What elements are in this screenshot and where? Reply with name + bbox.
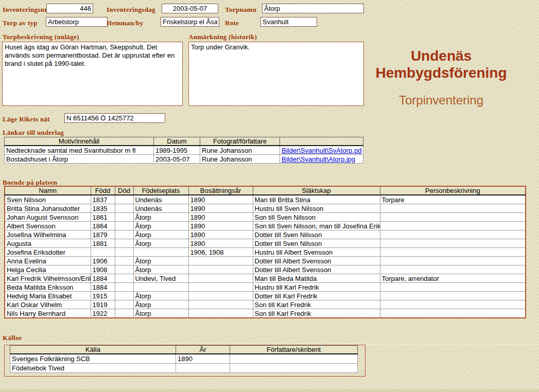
torpbeskrivning-textarea[interactable]: Huset ägs idag av Göran Hartman, Skeppsh… bbox=[2, 42, 183, 106]
cell-fodd: 1915 bbox=[91, 292, 115, 300]
cell-namn: Hedvig Maria Elisabet bbox=[5, 292, 91, 300]
lankar-label: Länkar till underlag bbox=[3, 129, 64, 137]
cell-personbeskrivning bbox=[380, 248, 526, 257]
rote-input[interactable] bbox=[260, 17, 317, 27]
underlag-link[interactable]: Bilder\Svanhult\SvAtorp.pd bbox=[282, 147, 361, 154]
cell-fodelseplats: Åtorp bbox=[133, 309, 188, 318]
cell-personbeskrivning bbox=[380, 230, 526, 239]
cell-fodd: 1861 bbox=[91, 213, 115, 222]
cell-fodd: 1922 bbox=[91, 309, 115, 318]
rote-label: Rote bbox=[225, 19, 239, 27]
cell-fodelseplats: Åtorp bbox=[133, 239, 188, 248]
inventeringsdag-label: Inventeringsdag bbox=[107, 6, 155, 14]
cell-personbeskrivning bbox=[380, 222, 526, 230]
cell-personbeskrivning bbox=[380, 309, 526, 318]
cell-fodelseplats: Undenäs bbox=[133, 195, 188, 204]
kallor-box: Källa År Författare/skribent Sveriges Fo… bbox=[4, 345, 366, 377]
cell-dod bbox=[115, 283, 133, 292]
cell-bosattningsar bbox=[188, 274, 253, 283]
cell-fodd bbox=[91, 248, 115, 257]
cell-bosattningsar: 1890 bbox=[188, 204, 253, 213]
cell-fodd: 1881 bbox=[91, 239, 115, 248]
cell-bosattningsar: 1890 bbox=[188, 213, 253, 222]
cell-lank: Bilder\Svanhult\Atorp.jpg bbox=[280, 155, 363, 164]
cell-ar: 1890 bbox=[176, 354, 230, 364]
cell-fodd: 1837 bbox=[91, 195, 115, 204]
inventeringsnr-input[interactable] bbox=[46, 4, 93, 13]
hemman-by-input[interactable] bbox=[161, 17, 219, 27]
cell-fotograf: Rune Johansson bbox=[200, 146, 280, 155]
anmarkning-textarea[interactable]: Torp under Granvik. bbox=[188, 42, 364, 106]
table-row: Albert Svensson 1864 Åtorp 1890 Son till… bbox=[5, 222, 526, 230]
table-row: Augusta 1881 Åtorp 1890 Dotter till Sven… bbox=[5, 239, 526, 248]
cell-namn: Sven Nilsson bbox=[5, 195, 91, 204]
header-row: Motiv/innehåll Datum Fotograf/författare bbox=[5, 137, 363, 146]
cell-fotograf: Rune Johansson bbox=[200, 155, 280, 164]
header-forfattare: Författare/skribent bbox=[230, 346, 358, 354]
cell-bosattningsar: 1890 bbox=[188, 195, 253, 204]
lankar-table: Motiv/innehåll Datum Fotograf/författare… bbox=[4, 137, 363, 164]
header-dod: Död bbox=[115, 186, 133, 195]
cell-personbeskrivning bbox=[380, 239, 526, 248]
header-ar: År bbox=[176, 346, 230, 354]
torpnamn-label: Torpnamn bbox=[225, 6, 256, 14]
lage-rikets-nat-input[interactable] bbox=[64, 113, 165, 123]
cell-personbeskrivning bbox=[380, 265, 526, 274]
bottom-edge-strip bbox=[0, 389, 539, 392]
inventeringsdag-input[interactable] bbox=[162, 4, 218, 13]
cell-dod bbox=[115, 257, 133, 265]
table-row: Helga Cecilia 1908 Åtorp Dotter till Alb… bbox=[5, 265, 526, 274]
cell-fodelseplats bbox=[133, 248, 188, 257]
cell-forfattare bbox=[230, 364, 358, 373]
header-lank bbox=[280, 137, 363, 146]
cell-fodd: 1879 bbox=[91, 230, 115, 239]
cell-fodd: 1906 bbox=[91, 257, 115, 265]
torp-av-typ-input[interactable] bbox=[46, 17, 108, 27]
header-bosattningsar: Bosättningsår bbox=[188, 186, 253, 195]
cell-bosattningsar bbox=[188, 292, 253, 300]
cell-slaktskap: Dotter till Sven Nilsson bbox=[253, 239, 380, 248]
table-row: Britta Stina Johansdotter 1835 Undenäs 1… bbox=[5, 204, 526, 213]
boende-table: Namn Född Död Födelseplats Bosättningsår… bbox=[4, 186, 526, 318]
background-texture-seam bbox=[0, 344, 539, 345]
table-row: Hedvig Maria Elisabet 1915 Åtorp Dotter … bbox=[5, 292, 526, 300]
cell-dod bbox=[115, 213, 133, 222]
table-row: Anna Evelina 1906 Åtorp Dotter till Albe… bbox=[5, 257, 526, 265]
cell-fodd: 1884 bbox=[91, 274, 115, 283]
cell-namn: Beda Matilda Eriksson bbox=[5, 283, 91, 292]
cell-namn: Josefina Wilhelmina bbox=[5, 230, 91, 239]
header-row: Namn Född Död Födelseplats Bosättningsår… bbox=[5, 186, 526, 195]
cell-kalla: Sveriges Folkräkning SCB bbox=[10, 354, 176, 364]
cell-dod bbox=[115, 300, 133, 309]
underlag-link[interactable]: Bilder\Svanhult\Atorp.jpg bbox=[282, 155, 355, 163]
cell-personbeskrivning bbox=[380, 283, 526, 292]
cell-slaktskap: Son till Sven Nilsson bbox=[253, 213, 380, 222]
table-row: Josefina Wilhelmina 1879 Åtorp 1890 Dott… bbox=[5, 230, 526, 239]
cell-personbeskrivning bbox=[380, 204, 526, 213]
header-slaktskap: Släktskap bbox=[253, 186, 380, 195]
cell-bosattningsar bbox=[188, 265, 253, 274]
table-row: Josefina Eriksdotter 1906, 1908 Hustru t… bbox=[5, 248, 526, 257]
header-fodd: Född bbox=[91, 186, 115, 195]
cell-slaktskap: Dotter till Sven Nilsson bbox=[253, 230, 380, 239]
cell-motiv: Nedtecknade samtal med Svanhultsbor m fl bbox=[5, 146, 154, 155]
torpnamn-input[interactable] bbox=[262, 4, 364, 13]
cell-personbeskrivning bbox=[380, 300, 526, 309]
cell-slaktskap: Dotter till Karl Fredrik bbox=[253, 292, 380, 300]
cell-namn: Anna Evelina bbox=[5, 257, 91, 265]
cell-ar bbox=[176, 364, 230, 373]
cell-dod bbox=[115, 204, 133, 213]
cell-dod bbox=[115, 195, 133, 204]
cell-dod bbox=[115, 222, 133, 230]
cell-datum: 1989-1995 bbox=[154, 146, 200, 155]
cell-personbeskrivning bbox=[380, 257, 526, 265]
table-row: Nedtecknade samtal med Svanhultsbor m fl… bbox=[5, 146, 363, 155]
cell-bosattningsar: 1890 bbox=[188, 239, 253, 248]
cell-slaktskap: Hustru till Karl Fredrik bbox=[253, 283, 380, 292]
table-row: Sven Nilsson 1837 Undenäs 1890 Man till … bbox=[5, 195, 526, 204]
cell-slaktskap: Dotter till Albert Svensson bbox=[253, 265, 380, 274]
cell-dod bbox=[115, 230, 133, 239]
header-fotograf: Fotograf/författare bbox=[200, 137, 280, 146]
table-row: Bostadshuset i Åtorp 2003-05-07 Rune Joh… bbox=[5, 155, 363, 164]
cell-fodelseplats: Åtorp bbox=[133, 222, 188, 230]
